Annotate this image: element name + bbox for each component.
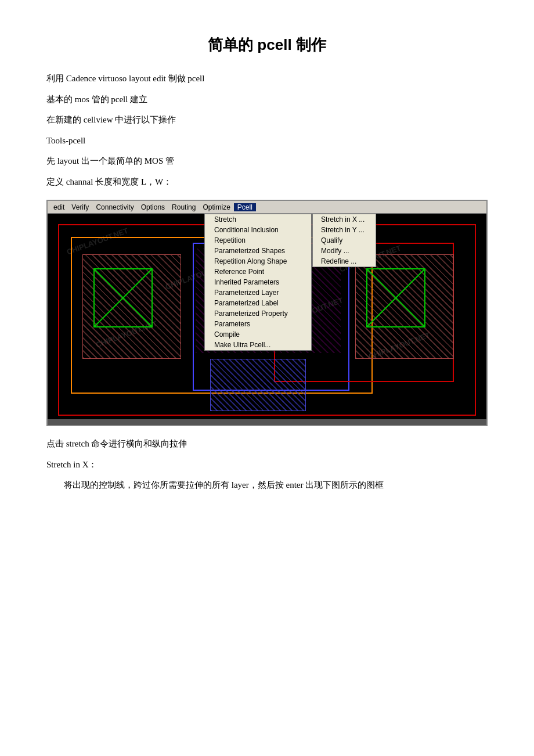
- menu-edit[interactable]: edit: [50, 203, 68, 211]
- menu-item-conditional[interactable]: Conditional Inclusion: [205, 225, 311, 235]
- submenu-stretch-x[interactable]: Stretch in X ...: [313, 214, 376, 225]
- menu-options[interactable]: Options: [138, 203, 168, 211]
- eda-canvas: CHIPLAYOUT.NET CHIPLAYOUT.NET CHIPLAYOUT…: [48, 214, 486, 425]
- para-1: 利用 Cadence virtuoso layout edit 制做 pcell: [46, 71, 488, 87]
- para-3: 在新建的 cellview 中进行以下操作: [46, 113, 488, 128]
- bottom-bar: [48, 419, 486, 425]
- menubar[interactable]: edit Verify Connectivity Options Routing…: [48, 201, 486, 214]
- submenu-qualify[interactable]: Qualify: [313, 235, 376, 246]
- caption-2: Stretch in X：: [46, 458, 488, 473]
- submenu-redefine[interactable]: Redefine ...: [313, 256, 376, 267]
- caption-3: 将出现的控制线，跨过你所需要拉伸的所有 layer，然后按 enter 出现下图…: [46, 478, 488, 493]
- menu-connectivity[interactable]: Connectivity: [92, 203, 137, 211]
- para-5: 先 layout 出一个最简单的 MOS 管: [46, 154, 488, 169]
- eda-screenshot: edit Verify Connectivity Options Routing…: [46, 200, 488, 426]
- menu-item-inherited[interactable]: Inherited Parameters: [205, 277, 311, 287]
- para-2: 基本的 mos 管的 pcell 建立: [46, 92, 488, 107]
- para-6: 定义 channal 长度和宽度 L，W：: [46, 175, 488, 190]
- submenu-modify[interactable]: Modify ...: [313, 246, 376, 256]
- menu-item-compile[interactable]: Compile: [205, 329, 311, 340]
- menu-item-ultra-pcell[interactable]: Make Ultra Pcell...: [205, 340, 311, 350]
- page-title: 简单的 pcell 制作: [46, 35, 488, 55]
- cross-left: [91, 266, 155, 330]
- menu-item-param-layer[interactable]: Parameterized Layer: [205, 287, 311, 298]
- caption-1: 点击 stretch 命令进行横向和纵向拉伸: [46, 437, 488, 452]
- menu-verify[interactable]: Verify: [68, 203, 92, 211]
- menu-routing[interactable]: Routing: [168, 203, 199, 211]
- submenu[interactable]: Stretch in X ... Stretch in Y ... Qualif…: [312, 214, 376, 267]
- submenu-stretch-y[interactable]: Stretch in Y ...: [313, 225, 376, 235]
- hatch-blue-center: [210, 359, 306, 411]
- menu-item-param-label[interactable]: Parameterized Label: [205, 298, 311, 308]
- menu-item-repetition-along[interactable]: Repetition Along Shape: [205, 256, 311, 267]
- menu-pcell[interactable]: Pcell: [234, 203, 256, 211]
- cross-right: [364, 266, 428, 330]
- menu-optimize[interactable]: Optimize: [199, 203, 233, 211]
- menu-item-param-property[interactable]: Parameterized Property: [205, 308, 311, 319]
- menu-item-parameters[interactable]: Parameters: [205, 319, 311, 329]
- dropdown-menu[interactable]: Stretch Conditional Inclusion Repetition…: [204, 214, 312, 351]
- menu-item-param-shapes[interactable]: Parameterized Shapes: [205, 246, 311, 256]
- menu-item-ref-point[interactable]: Reference Point: [205, 267, 311, 277]
- menu-item-stretch[interactable]: Stretch: [205, 214, 311, 225]
- para-4: Tools-pcell: [46, 134, 488, 149]
- menu-item-repetition[interactable]: Repetition: [205, 235, 311, 246]
